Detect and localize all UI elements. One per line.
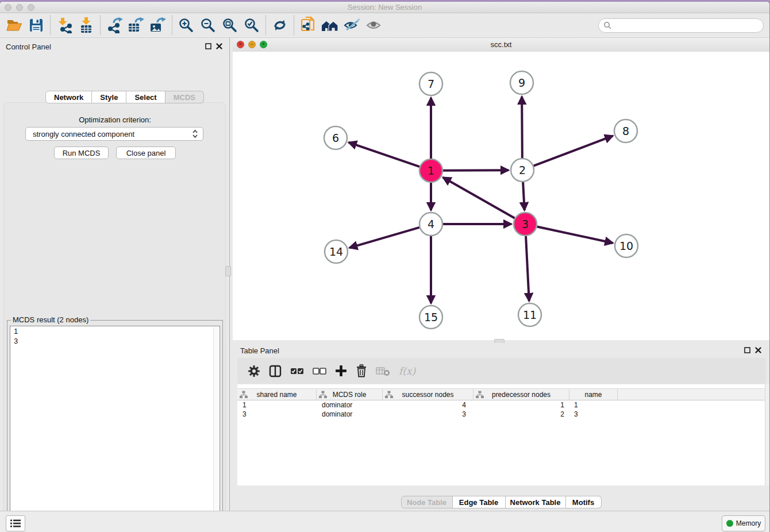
network-close-button[interactable]: ✕ bbox=[237, 41, 244, 48]
network-maximize-button[interactable]: + bbox=[260, 41, 267, 48]
node-table[interactable]: shared name MCDS role bbox=[237, 384, 765, 485]
graph-node-10[interactable]: 10 bbox=[615, 234, 638, 257]
export-image-button[interactable] bbox=[147, 14, 169, 36]
graph-svg[interactable]: 1234678910111415 bbox=[233, 52, 769, 340]
graph-node-2[interactable]: 2 bbox=[511, 159, 534, 182]
gear-icon[interactable] bbox=[248, 365, 260, 377]
table-row[interactable]: 3 dominator 3 2 3 bbox=[237, 410, 765, 419]
cell-name: 1 bbox=[569, 400, 618, 410]
add-column-icon[interactable] bbox=[335, 365, 347, 377]
import-network-button[interactable] bbox=[53, 14, 75, 36]
graph-edge-1-2[interactable] bbox=[443, 170, 509, 171]
import-table-button[interactable] bbox=[75, 14, 97, 36]
graph-node-6[interactable]: 6 bbox=[324, 126, 347, 149]
close-panel-button[interactable]: Close panel bbox=[116, 147, 176, 159]
close-panel-icon[interactable] bbox=[216, 43, 222, 49]
memory-button[interactable]: Memory bbox=[722, 515, 765, 531]
graph-node-15[interactable]: 15 bbox=[419, 306, 442, 329]
hide-selected-button[interactable] bbox=[341, 14, 363, 36]
zoom-out-button[interactable] bbox=[197, 14, 219, 36]
tab-edge-table[interactable]: Edge Table bbox=[453, 496, 506, 508]
cell-mcds-role: dominator bbox=[317, 400, 383, 410]
column-header-successor-nodes[interactable]: successor nodes bbox=[383, 389, 473, 400]
tab-node-table[interactable]: Node Table bbox=[401, 496, 453, 508]
graph-edge-3-11[interactable] bbox=[526, 236, 529, 301]
save-session-button[interactable] bbox=[25, 14, 47, 36]
column-header-mcds-role[interactable]: MCDS role bbox=[317, 389, 383, 400]
function-builder-icon[interactable]: f(x) bbox=[399, 365, 415, 377]
table-row[interactable]: 1 dominator 4 1 1 bbox=[237, 400, 765, 410]
tab-select[interactable]: Select bbox=[126, 91, 165, 103]
application-window: Session: New Session bbox=[0, 2, 769, 532]
cell-shared-name: 3 bbox=[237, 410, 317, 419]
window-zoom-button[interactable] bbox=[28, 4, 34, 11]
graph-node-1[interactable]: 1 bbox=[419, 159, 442, 182]
graph-node-14[interactable]: 14 bbox=[325, 240, 348, 263]
graph-edge-2-9[interactable] bbox=[522, 97, 522, 158]
tab-mcds[interactable]: MCDS bbox=[165, 91, 204, 103]
zoom-fit-button[interactable] bbox=[219, 14, 241, 36]
toolbar-separator bbox=[100, 16, 101, 35]
task-history-button[interactable] bbox=[6, 515, 25, 531]
delete-table-icon[interactable] bbox=[376, 366, 390, 376]
table-scrollbar[interactable] bbox=[765, 384, 769, 485]
column-header-predecessor-nodes[interactable]: predecessor nodes bbox=[473, 389, 569, 400]
graph-node-4[interactable]: 4 bbox=[419, 213, 442, 236]
save-floppy-icon bbox=[29, 18, 43, 32]
zoom-selected-button[interactable] bbox=[241, 14, 263, 36]
graph-edge-2-8[interactable] bbox=[534, 136, 613, 165]
houses-icon bbox=[321, 18, 339, 32]
tab-network-table[interactable]: Network Table bbox=[506, 496, 566, 508]
status-bar: Memory bbox=[0, 511, 769, 532]
zoom-in-icon bbox=[179, 18, 194, 33]
list-icon bbox=[10, 519, 21, 527]
graph-edge-3-1[interactable] bbox=[443, 178, 515, 218]
show-selected-button[interactable] bbox=[363, 14, 384, 36]
search-box[interactable] bbox=[598, 18, 764, 33]
window-close-button[interactable] bbox=[5, 4, 11, 11]
close-panel-icon[interactable] bbox=[755, 347, 761, 353]
graph-edge-3-10[interactable] bbox=[537, 226, 613, 243]
tab-style[interactable]: Style bbox=[92, 91, 126, 103]
memory-label: Memory bbox=[736, 519, 761, 527]
network-minimize-button[interactable]: − bbox=[248, 41, 256, 48]
export-network-button[interactable] bbox=[103, 14, 125, 36]
splitter-handle[interactable] bbox=[225, 266, 231, 276]
home-button[interactable] bbox=[319, 14, 341, 36]
open-session-button[interactable] bbox=[3, 14, 25, 36]
column-header-shared-name[interactable]: shared name bbox=[237, 389, 317, 400]
select-all-columns-icon[interactable] bbox=[290, 367, 304, 375]
network-canvas[interactable]: 1234678910111415 bbox=[233, 52, 769, 340]
open-folder-icon bbox=[6, 18, 22, 32]
graph-node-7[interactable]: 7 bbox=[419, 72, 442, 95]
import-network-icon bbox=[56, 17, 72, 33]
zoom-selected-icon bbox=[244, 18, 259, 33]
graph-edge-2-3[interactable] bbox=[523, 182, 525, 210]
graph-edge-4-14[interactable] bbox=[349, 228, 419, 248]
column-header-name[interactable]: name bbox=[569, 389, 618, 400]
unselect-all-columns-icon[interactable] bbox=[313, 367, 326, 375]
graph-node-11[interactable]: 11 bbox=[518, 303, 541, 326]
window-minimize-button[interactable] bbox=[16, 4, 23, 11]
run-mcds-button[interactable]: Run MCDS bbox=[54, 147, 109, 159]
graph-node-9[interactable]: 9 bbox=[510, 71, 533, 94]
show-columns-icon[interactable] bbox=[269, 365, 282, 377]
graph-edge-1-6[interactable] bbox=[349, 142, 419, 167]
search-input[interactable] bbox=[612, 21, 752, 30]
float-panel-icon[interactable] bbox=[205, 43, 211, 49]
new-network-from-selection-button[interactable] bbox=[297, 14, 319, 36]
delete-columns-icon[interactable] bbox=[356, 364, 367, 377]
tab-network[interactable]: Network bbox=[45, 91, 92, 103]
export-table-button[interactable] bbox=[125, 14, 147, 36]
graph-node-label: 11 bbox=[523, 309, 537, 321]
criterion-dropdown[interactable]: strongly connected component bbox=[25, 127, 203, 141]
float-panel-icon[interactable] bbox=[744, 347, 750, 353]
network-window-titlebar: ✕ − + scc.txt bbox=[233, 38, 769, 52]
zoom-in-button[interactable] bbox=[175, 14, 197, 36]
graph-node-3[interactable]: 3 bbox=[514, 213, 537, 236]
apply-layout-button[interactable] bbox=[269, 14, 291, 36]
graph-node-8[interactable]: 8 bbox=[614, 119, 637, 142]
result-scrollbar[interactable] bbox=[213, 327, 219, 532]
tab-motifs[interactable]: Motifs bbox=[566, 496, 602, 508]
mcds-result-list[interactable]: 1 3 bbox=[10, 326, 220, 532]
